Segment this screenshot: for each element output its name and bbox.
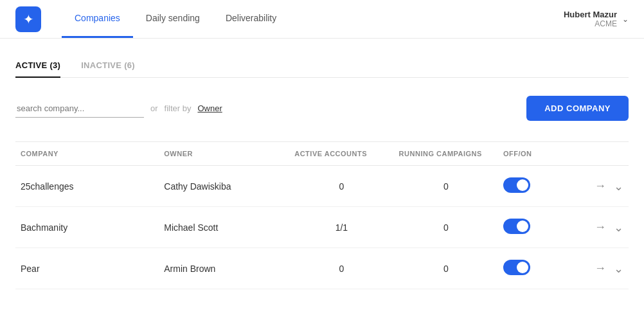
main-nav: Companies Daily sending Deliverability [62, 0, 289, 38]
user-name: Hubert Mazur [564, 10, 617, 19]
tab-inactive[interactable]: INACTIVE (6) [81, 54, 135, 78]
owner-name-1: Michael Scott [159, 207, 289, 248]
company-name-0: 25challenges [15, 166, 159, 207]
action-icons-1: → ⌄ [582, 221, 623, 235]
logo-icon: ✦ [23, 12, 34, 27]
running-campaigns-2: 0 [394, 248, 498, 289]
toggle-2[interactable] [503, 260, 530, 275]
active-accounts-2: 0 [289, 248, 393, 289]
user-section[interactable]: Hubert Mazur ACME ⌄ [564, 10, 629, 28]
toggle-cell-2 [498, 248, 577, 289]
page-content: ACTIVE (3) INACTIVE (6) or filter by Own… [0, 39, 644, 289]
search-row: or filter by Owner ADD COMPANY [15, 96, 629, 121]
action-icons-0: → ⌄ [582, 179, 623, 194]
col-header-company: COMPANY [15, 142, 159, 166]
expand-icon-0[interactable]: ⌄ [614, 179, 623, 194]
search-input[interactable] [15, 100, 144, 118]
user-dropdown-icon[interactable]: ⌄ [622, 15, 629, 24]
owner-name-2: Armin Brown [159, 248, 289, 289]
status-tabs: ACTIVE (3) INACTIVE (6) [15, 54, 629, 78]
add-company-button[interactable]: ADD COMPANY [526, 96, 629, 121]
expand-icon-2[interactable]: ⌄ [614, 262, 623, 276]
logo[interactable]: ✦ [15, 6, 41, 32]
login-icon-0[interactable]: → [595, 179, 606, 193]
toggle-cell-1 [498, 207, 577, 248]
filter-by-label: filter by [165, 104, 192, 113]
tab-active[interactable]: ACTIVE (3) [15, 54, 60, 78]
active-accounts-0: 0 [289, 166, 393, 207]
actions-cell-1: → ⌄ [577, 207, 629, 248]
company-name-1: Bachmanity [15, 207, 159, 248]
actions-cell-0: → ⌄ [577, 166, 629, 207]
col-header-toggle: OFF/ON [498, 142, 577, 166]
col-header-accounts: ACTIVE ACCOUNTS [289, 142, 393, 166]
table-row: Pear Armin Brown 0 0 → ⌄ [15, 248, 629, 289]
user-info: Hubert Mazur ACME [564, 10, 617, 28]
toggle-1[interactable] [503, 219, 530, 234]
toggle-knob-1 [517, 221, 528, 232]
nav-tab-companies[interactable]: Companies [62, 0, 133, 38]
or-label: or [150, 104, 158, 113]
running-campaigns-1: 0 [394, 207, 498, 248]
nav-tab-deliverability[interactable]: Deliverability [213, 0, 289, 38]
table-row: 25challenges Cathy Dawiskiba 0 0 → ⌄ [15, 166, 629, 207]
action-icons-2: → ⌄ [582, 262, 623, 276]
col-header-campaigns: RUNNING CAMPAIGNS [394, 142, 498, 166]
filter-owner-link[interactable]: Owner [197, 104, 222, 113]
table-row: Bachmanity Michael Scott 1/1 0 → ⌄ [15, 207, 629, 248]
header: ✦ Companies Daily sending Deliverability… [0, 0, 644, 39]
col-header-actions [577, 142, 629, 166]
expand-icon-1[interactable]: ⌄ [614, 221, 623, 235]
nav-tab-daily-sending[interactable]: Daily sending [133, 0, 213, 38]
user-company: ACME [564, 19, 617, 28]
toggle-0[interactable] [503, 177, 530, 193]
running-campaigns-0: 0 [394, 166, 498, 207]
toggle-knob-0 [517, 179, 528, 191]
login-icon-1[interactable]: → [595, 221, 606, 234]
active-accounts-1: 1/1 [289, 207, 393, 248]
login-icon-2[interactable]: → [595, 262, 606, 275]
actions-cell-2: → ⌄ [577, 248, 629, 289]
toggle-knob-2 [517, 262, 528, 273]
table-header-row: COMPANY OWNER ACTIVE ACCOUNTS RUNNING CA… [15, 142, 629, 166]
owner-name-0: Cathy Dawiskiba [159, 166, 289, 207]
col-header-owner: OWNER [159, 142, 289, 166]
toggle-cell-0 [498, 166, 577, 207]
companies-table: COMPANY OWNER ACTIVE ACCOUNTS RUNNING CA… [15, 141, 629, 289]
company-name-2: Pear [15, 248, 159, 289]
